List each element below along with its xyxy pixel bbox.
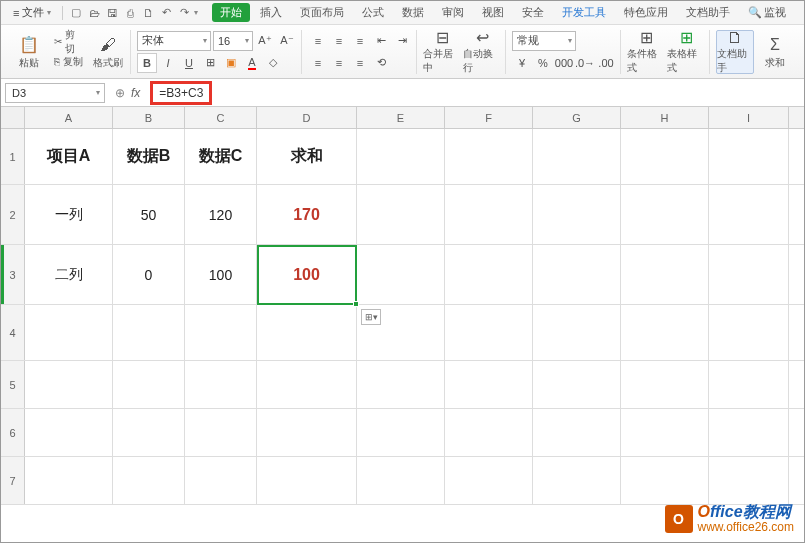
cell-F2[interactable]	[445, 185, 533, 244]
cell-F6[interactable]	[445, 409, 533, 456]
cell-I6[interactable]	[709, 409, 789, 456]
cell-I7[interactable]	[709, 457, 789, 504]
col-header-B[interactable]: B	[113, 107, 185, 128]
cell-F1[interactable]	[445, 129, 533, 184]
decrease-font-button[interactable]: A⁻	[277, 31, 297, 51]
cell-E6[interactable]	[357, 409, 445, 456]
indent-decrease-button[interactable]: ⇤	[371, 31, 391, 51]
col-header-E[interactable]: E	[357, 107, 445, 128]
cell-G5[interactable]	[533, 361, 621, 408]
currency-button[interactable]: ¥	[512, 53, 532, 73]
cell-H2[interactable]	[621, 185, 709, 244]
cell-H3[interactable]	[621, 245, 709, 304]
row-header-5[interactable]: 5	[1, 361, 25, 408]
cell-G4[interactable]	[533, 305, 621, 360]
cell-D2[interactable]: 170	[257, 185, 357, 244]
comma-button[interactable]: 000	[554, 53, 574, 73]
align-bottom-button[interactable]: ≡	[350, 31, 370, 51]
tab-insert[interactable]: 插入	[252, 2, 290, 23]
fx-label[interactable]: fx	[131, 86, 140, 100]
tab-formula[interactable]: 公式	[354, 2, 392, 23]
col-header-F[interactable]: F	[445, 107, 533, 128]
tab-docassist[interactable]: 文档助手	[678, 2, 738, 23]
cell-A7[interactable]	[25, 457, 113, 504]
orientation-button[interactable]: ⟲	[371, 53, 391, 73]
select-all-corner[interactable]	[1, 107, 25, 128]
cell-H6[interactable]	[621, 409, 709, 456]
cell-I5[interactable]	[709, 361, 789, 408]
cell-I2[interactable]	[709, 185, 789, 244]
cell-B6[interactable]	[113, 409, 185, 456]
print-icon[interactable]: ⎙	[122, 5, 138, 21]
cell-B3[interactable]: 0	[113, 245, 185, 304]
align-right-button[interactable]: ≡	[350, 53, 370, 73]
cell-C7[interactable]	[185, 457, 257, 504]
formula-input[interactable]: =B3+C3	[150, 81, 212, 105]
cell-B7[interactable]	[113, 457, 185, 504]
row-header-4[interactable]: 4	[1, 305, 25, 360]
row-header-1[interactable]: 1	[1, 129, 25, 184]
cell-E5[interactable]	[357, 361, 445, 408]
col-header-D[interactable]: D	[257, 107, 357, 128]
row-header-2[interactable]: 2	[1, 185, 25, 244]
tab-data[interactable]: 数据	[394, 2, 432, 23]
open-icon[interactable]: 🗁	[86, 5, 102, 21]
cell-B2[interactable]: 50	[113, 185, 185, 244]
cell-B5[interactable]	[113, 361, 185, 408]
cell-C4[interactable]	[185, 305, 257, 360]
tab-devtools[interactable]: 开发工具	[554, 2, 614, 23]
bold-button[interactable]: B	[137, 53, 157, 73]
cut-button[interactable]: ✂剪切	[50, 32, 88, 52]
font-size-select[interactable]: 16	[213, 31, 253, 51]
col-header-I[interactable]: I	[709, 107, 789, 128]
cell-F4[interactable]	[445, 305, 533, 360]
undo-icon[interactable]: ↶	[158, 5, 174, 21]
tab-layout[interactable]: 页面布局	[292, 2, 352, 23]
wrap-text-button[interactable]: ↩ 自动换行	[463, 30, 501, 74]
cell-D6[interactable]	[257, 409, 357, 456]
cell-D5[interactable]	[257, 361, 357, 408]
tab-watch[interactable]: 🔍监视	[740, 2, 794, 23]
table-format-button[interactable]: ⊞ 表格样式	[667, 30, 705, 74]
font-color-button[interactable]: A	[242, 53, 262, 73]
cell-C2[interactable]: 120	[185, 185, 257, 244]
cell-A1[interactable]: 项目A	[25, 129, 113, 184]
cell-C5[interactable]	[185, 361, 257, 408]
cell-G7[interactable]	[533, 457, 621, 504]
increase-decimal-button[interactable]: .0→	[575, 53, 595, 73]
merge-center-button[interactable]: ⊟ 合并居中	[423, 30, 461, 74]
col-header-C[interactable]: C	[185, 107, 257, 128]
cell-G1[interactable]	[533, 129, 621, 184]
cell-F7[interactable]	[445, 457, 533, 504]
cell-F5[interactable]	[445, 361, 533, 408]
number-format-select[interactable]: 常规	[512, 31, 576, 51]
save-icon[interactable]: 🖫	[104, 5, 120, 21]
border-button[interactable]: ⊞	[200, 53, 220, 73]
cell-B1[interactable]: 数据B	[113, 129, 185, 184]
cell-D3[interactable]: 100	[257, 245, 357, 304]
align-middle-button[interactable]: ≡	[329, 31, 349, 51]
tab-review[interactable]: 审阅	[434, 2, 472, 23]
cond-format-button[interactable]: ⊞ 条件格式	[627, 30, 665, 74]
cell-A2[interactable]: 一列	[25, 185, 113, 244]
tab-start[interactable]: 开始	[212, 3, 250, 22]
col-header-A[interactable]: A	[25, 107, 113, 128]
new-doc-icon[interactable]: ▢	[68, 5, 84, 21]
format-painter-button[interactable]: 🖌 格式刷	[89, 30, 126, 74]
underline-button[interactable]: U	[179, 53, 199, 73]
redo-icon[interactable]: ↷	[176, 5, 192, 21]
qat-caret-icon[interactable]: ▾	[194, 8, 198, 17]
cell-E7[interactable]	[357, 457, 445, 504]
cell-A6[interactable]	[25, 409, 113, 456]
cell-G2[interactable]	[533, 185, 621, 244]
decrease-decimal-button[interactable]: .00	[596, 53, 616, 73]
tab-security[interactable]: 安全	[514, 2, 552, 23]
col-header-G[interactable]: G	[533, 107, 621, 128]
cell-A4[interactable]	[25, 305, 113, 360]
autofill-options-button[interactable]: ⊞▾	[361, 309, 381, 325]
cell-H4[interactable]	[621, 305, 709, 360]
zoom-icon[interactable]: ⊕	[115, 86, 125, 100]
cell-H1[interactable]	[621, 129, 709, 184]
font-name-select[interactable]: 宋体	[137, 31, 211, 51]
row-header-6[interactable]: 6	[1, 409, 25, 456]
